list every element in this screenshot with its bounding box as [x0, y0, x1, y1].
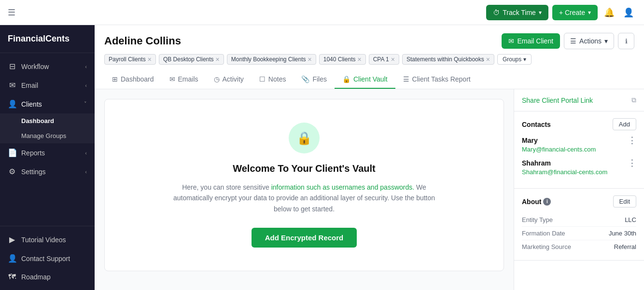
groups-dropdown[interactable]: Groups ▾	[497, 54, 532, 65]
vault-welcome-card: 🔒 Welcome To Your Client's Vault Here, y…	[104, 99, 504, 271]
info-icon: ℹ	[625, 38, 628, 45]
contacts-header: Contacts Add	[522, 118, 636, 130]
notifications-icon[interactable]: 🔔	[602, 5, 617, 20]
main-panel: 🔒 Welcome To Your Client's Vault Here, y…	[95, 89, 514, 290]
client-name: Adeline Collins	[104, 35, 181, 47]
tag-1040-close[interactable]: ×	[357, 56, 361, 63]
tag-payroll-clients-close[interactable]: ×	[148, 56, 152, 63]
sidebar-bottom: ▶ Tutorial Videos 👤 Contact Support 🗺 Ro…	[0, 226, 95, 290]
sidebar-item-roadmap[interactable]: 🗺 Roadmap	[0, 268, 95, 286]
tab-files[interactable]: 📎 Files	[294, 70, 335, 89]
share-link-row: Share Client Portal Link ⧉	[522, 96, 636, 104]
info-button[interactable]: ℹ	[618, 33, 634, 49]
about-info-icon: i	[543, 198, 551, 206]
user-avatar-icon[interactable]: 👤	[621, 5, 636, 20]
copy-link-icon[interactable]: ⧉	[631, 96, 636, 104]
groups-chevron-icon: ▾	[523, 56, 526, 63]
reports-icon: 📄	[8, 148, 16, 157]
clients-icon: 👤	[8, 99, 16, 109]
about-title: About i	[522, 198, 551, 206]
email-chevron-icon: ‹	[85, 83, 87, 88]
share-client-portal-link[interactable]: Share Client Portal Link	[522, 97, 593, 104]
contact-shahram-menu-icon[interactable]: ⋮	[628, 159, 636, 167]
topbar: ☰ ⏱ Track Time ▾ + Create ▾ 🔔 👤	[0, 0, 644, 25]
workflow-icon: ⊟	[8, 62, 16, 71]
add-encrypted-record-button[interactable]: Add Encrypted Record	[252, 228, 357, 248]
about-section: About i Edit Entity Type LLC Formation D…	[514, 189, 644, 261]
sidebar-subitem-manage-groups[interactable]: Manage Groups	[0, 128, 95, 143]
share-link-section: Share Client Portal Link ⧉	[514, 89, 644, 111]
tutorial-icon: ▶	[8, 235, 16, 244]
sidebar-subitem-dashboard[interactable]: Dashboard	[0, 113, 95, 128]
vault-desc-link: information such as usernames and passwo…	[271, 183, 414, 191]
brand-logo: FinancialCents	[0, 25, 95, 53]
tag-cpa1-close[interactable]: ×	[391, 56, 395, 63]
sidebar-item-contact-support[interactable]: 👤 Contact Support	[0, 249, 95, 268]
main: Adeline Collins ✉ Email Client ☰ Actions…	[95, 25, 644, 290]
actions-chevron-icon: ▾	[604, 37, 608, 45]
tab-client-tasks-report[interactable]: ☰ Client Tasks Report	[395, 70, 478, 89]
tab-emails[interactable]: ✉ Emails	[162, 70, 206, 89]
tab-activity[interactable]: ◷ Activity	[206, 70, 252, 89]
tab-notes[interactable]: ☐ Notes	[252, 70, 294, 89]
lock-icon: 🔒	[296, 131, 312, 146]
track-time-button[interactable]: ⏱ Track Time ▾	[486, 5, 548, 20]
tab-notes-icon: ☐	[259, 75, 266, 83]
contact-mary-menu-icon[interactable]: ⋮	[628, 136, 636, 145]
vault-title: Welcome To Your Client's Vault	[233, 163, 376, 174]
sidebar-item-reports[interactable]: 📄 Reports ‹	[0, 143, 95, 162]
about-formation-date-row: Formation Date June 30th	[522, 227, 636, 240]
right-panel: Share Client Portal Link ⧉ Contacts Add …	[514, 89, 644, 290]
tag-statements-close[interactable]: ×	[486, 56, 490, 63]
tag-monthly-bookkeeping: Monthly Bookkeeping Clients ×	[227, 54, 316, 65]
sidebar-nav: ⊟ Workflow ‹ ✉ Email ‹ 👤 Clients ˅	[0, 53, 95, 226]
contact-support-icon: 👤	[8, 254, 16, 263]
vault-description: Here, you can store sensitive informatio…	[169, 182, 439, 214]
tag-1040-clients: 1040 Clients ×	[319, 54, 366, 65]
sidebar: FinancialCents ⊟ Workflow ‹ ✉ Email ‹ 👤	[0, 25, 95, 290]
tag-qb-desktop-close[interactable]: ×	[216, 56, 220, 63]
sidebar-item-tutorial-videos[interactable]: ▶ Tutorial Videos	[0, 230, 95, 249]
client-header-actions: ✉ Email Client ☰ Actions ▾ ℹ	[502, 33, 634, 49]
envelope-icon: ✉	[508, 37, 514, 45]
tab-dashboard-icon: ⊞	[112, 75, 118, 83]
tag-payroll-clients: Payroll Clients ×	[104, 54, 156, 65]
email-icon: ✉	[8, 81, 16, 90]
about-marketing-source-row: Marketing Source Referral	[522, 240, 636, 253]
contacts-title: Contacts	[522, 121, 551, 128]
tab-dashboard[interactable]: ⊞ Dashboard	[104, 70, 162, 89]
topbar-left: ☰	[8, 7, 482, 18]
contacts-section: Contacts Add Mary ⋮ Mary@financial-cents…	[514, 111, 644, 189]
tag-monthly-bookkeeping-close[interactable]: ×	[308, 56, 312, 63]
reports-chevron-icon: ‹	[85, 150, 87, 156]
about-entity-type-row: Entity Type LLC	[522, 213, 636, 227]
sidebar-item-clients[interactable]: 👤 Clients ˅	[0, 95, 95, 113]
sidebar-item-settings[interactable]: ⚙ Settings ‹	[0, 162, 95, 181]
tabs-row: ⊞ Dashboard ✉ Emails ◷ Activity ☐ Notes …	[104, 70, 634, 89]
email-client-button[interactable]: ✉ Email Client	[502, 33, 560, 49]
tag-statements-quickbooks: Statements within Quickbooks ×	[402, 54, 494, 65]
track-time-chevron-icon: ▾	[539, 9, 542, 16]
tag-qb-desktop: QB Desktop Clients ×	[159, 54, 224, 65]
tab-activity-icon: ◷	[214, 75, 220, 83]
contact-item-shahram: Shahram ⋮ Shahram@financial-cents.com	[522, 159, 636, 176]
tag-cpa1: CPA 1 ×	[369, 54, 399, 65]
add-contact-button[interactable]: Add	[613, 118, 636, 130]
tab-emails-icon: ✉	[169, 75, 175, 83]
hamburger-icon[interactable]: ☰	[8, 7, 15, 18]
layout: FinancialCents ⊟ Workflow ‹ ✉ Email ‹ 👤	[0, 25, 644, 290]
client-name-row: Adeline Collins ✉ Email Client ☰ Actions…	[104, 33, 634, 49]
clients-submenu: Dashboard Manage Groups	[0, 113, 95, 143]
sidebar-item-workflow[interactable]: ⊟ Workflow ‹	[0, 57, 95, 76]
about-header: About i Edit	[522, 195, 636, 207]
actions-button[interactable]: ☰ Actions ▾	[564, 33, 614, 49]
settings-icon: ⚙	[8, 167, 16, 176]
sidebar-item-email[interactable]: ✉ Email ‹	[0, 76, 95, 95]
vault-lock-circle: 🔒	[289, 123, 320, 153]
edit-about-button[interactable]: Edit	[613, 195, 636, 207]
tab-files-icon: 📎	[301, 75, 309, 83]
tab-tasks-icon: ☰	[403, 75, 409, 83]
create-button[interactable]: + Create ▾	[552, 5, 598, 20]
tab-client-vault[interactable]: 🔒 Client Vault	[335, 70, 395, 89]
tags-row: Payroll Clients × QB Desktop Clients × M…	[104, 54, 634, 65]
